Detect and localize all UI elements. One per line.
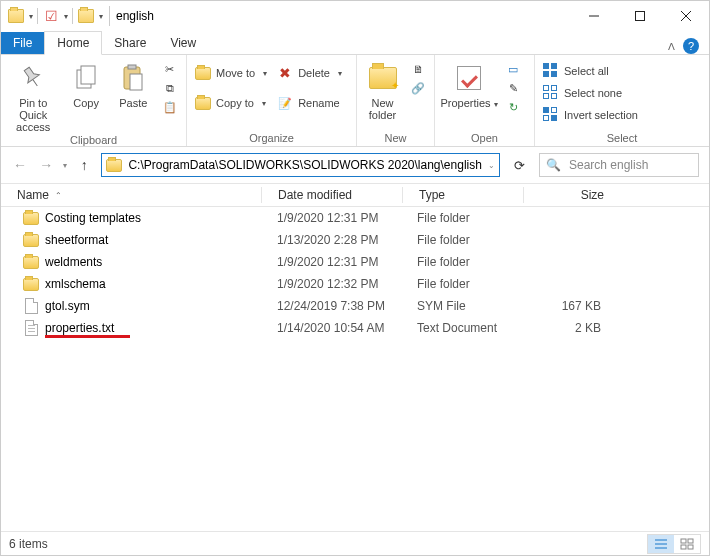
nav-back-button[interactable]: ← (11, 154, 29, 176)
file-icon (23, 298, 39, 314)
item-type: File folder (401, 233, 521, 247)
refresh-button[interactable]: ⟳ (508, 153, 531, 177)
open-button[interactable]: ▭ (505, 61, 521, 77)
item-type: SYM File (401, 299, 521, 313)
copy-icon (74, 65, 98, 91)
folder-icon (23, 276, 39, 292)
col-type[interactable]: Type (403, 188, 523, 202)
history-button[interactable]: ↻ (505, 99, 521, 115)
item-date: 1/13/2020 2:28 PM (261, 233, 401, 247)
svg-rect-12 (681, 539, 686, 543)
list-item[interactable]: properties.txt1/14/2020 10:54 AMText Doc… (1, 317, 709, 339)
col-size[interactable]: Size (524, 188, 634, 202)
col-date[interactable]: Date modified (262, 188, 402, 202)
item-name: weldments (45, 255, 102, 269)
nav-row: ← → ▾ ↑ C:\ProgramData\SOLIDWORKS\SOLIDW… (1, 147, 709, 183)
group-label-clipboard: Clipboard (9, 133, 178, 146)
item-type: File folder (401, 211, 521, 225)
select-none-button[interactable]: Select none (543, 85, 638, 101)
qat-folder-icon[interactable] (77, 7, 95, 25)
help-icon[interactable]: ? (683, 38, 699, 54)
nav-up-button[interactable]: ↑ (75, 154, 93, 176)
svg-rect-14 (681, 545, 686, 549)
list-item[interactable]: gtol.sym12/24/2019 7:38 PMSYM File167 KB (1, 295, 709, 317)
group-label-open: Open (443, 131, 526, 144)
easy-access-button[interactable]: 🔗 (410, 80, 426, 96)
item-date: 1/14/2020 10:54 AM (261, 321, 401, 335)
nav-forward-button[interactable]: → (37, 154, 55, 176)
ribbon-tabs: File Home Share View ᐱ ? (1, 31, 709, 55)
close-button[interactable] (663, 1, 709, 31)
window-title: english (116, 9, 154, 23)
search-box[interactable]: 🔍 (539, 153, 699, 177)
status-item-count: 6 items (9, 537, 48, 551)
item-date: 1/9/2020 12:31 PM (261, 255, 401, 269)
title-bar: ▾ ☑ ▾ ▾ english (1, 1, 709, 31)
status-bar: 6 items (1, 531, 709, 555)
delete-icon: ✖ (277, 65, 293, 81)
select-all-button[interactable]: Select all (543, 63, 638, 79)
new-item-icon: 🗎 (410, 61, 426, 77)
list-item[interactable]: weldments1/9/2020 12:31 PMFile folder (1, 251, 709, 273)
item-type: File folder (401, 277, 521, 291)
item-size: 2 KB (521, 321, 631, 335)
group-label-select: Select (543, 131, 701, 144)
group-label-new: New (365, 131, 426, 144)
paste-button[interactable]: Paste (115, 59, 152, 109)
tab-share[interactable]: Share (102, 32, 158, 54)
list-item[interactable]: Costing templates1/9/2020 12:31 PMFile f… (1, 207, 709, 229)
address-path: C:\ProgramData\SOLIDWORKS\SOLIDWORKS 202… (128, 158, 481, 172)
new-item-button[interactable]: 🗎 (410, 61, 426, 77)
item-type: Text Document (401, 321, 521, 335)
qat-dropdown-1[interactable]: ▾ (29, 12, 33, 21)
rename-button[interactable]: 📝 Rename (277, 95, 342, 111)
folder-icon (23, 210, 39, 226)
edit-button[interactable]: ✎ (505, 80, 521, 96)
column-headers: Name⌃ Date modified Type Size (1, 183, 709, 207)
details-view-button[interactable] (648, 535, 674, 553)
invert-selection-icon (543, 107, 559, 123)
new-folder-button[interactable]: New folder (365, 59, 400, 121)
folder-icon (23, 232, 39, 248)
list-item[interactable]: sheetformat1/13/2020 2:28 PMFile folder (1, 229, 709, 251)
item-date: 1/9/2020 12:32 PM (261, 277, 401, 291)
copy-to-icon (195, 95, 211, 111)
qat-dropdown-3[interactable]: ▾ (99, 12, 103, 21)
collapse-ribbon-icon[interactable]: ᐱ (668, 41, 675, 52)
move-to-button[interactable]: Move to▾ (195, 65, 267, 81)
properties-button[interactable]: Properties▾ (443, 59, 495, 110)
qat-properties-icon[interactable]: ☑ (42, 7, 60, 25)
cut-button[interactable]: ✂ (162, 61, 178, 77)
properties-icon (457, 66, 481, 90)
history-icon: ↻ (505, 99, 521, 115)
copy-button[interactable]: Copy (67, 59, 104, 109)
nav-history-dropdown[interactable]: ▾ (63, 161, 67, 170)
list-item[interactable]: xmlschema1/9/2020 12:32 PMFile folder (1, 273, 709, 295)
sort-caret-icon: ⌃ (55, 191, 62, 200)
thumbnails-view-button[interactable] (674, 535, 700, 553)
copy-path-button[interactable]: ⧉ (162, 80, 178, 96)
col-name[interactable]: Name⌃ (1, 188, 261, 202)
select-all-icon (543, 63, 559, 79)
item-size: 167 KB (521, 299, 631, 313)
qat-dropdown-2[interactable]: ▾ (64, 12, 68, 21)
pin-quick-access-button[interactable]: Pin to Quick access (9, 59, 57, 133)
delete-button[interactable]: ✖ Delete▾ (277, 65, 342, 81)
invert-selection-button[interactable]: Invert selection (543, 107, 638, 123)
svg-rect-13 (688, 539, 693, 543)
address-bar[interactable]: C:\ProgramData\SOLIDWORKS\SOLIDWORKS 202… (101, 153, 499, 177)
maximize-button[interactable] (617, 1, 663, 31)
minimize-button[interactable] (571, 1, 617, 31)
tab-home[interactable]: Home (44, 31, 102, 55)
file-list[interactable]: Costing templates1/9/2020 12:31 PMFile f… (1, 207, 709, 531)
copy-to-button[interactable]: Copy to▾ (195, 95, 267, 111)
svg-rect-8 (130, 74, 142, 90)
item-name: gtol.sym (45, 299, 90, 313)
paste-shortcut-button[interactable]: 📋 (162, 99, 178, 115)
tab-file[interactable]: File (1, 32, 44, 54)
address-dropdown[interactable]: ⌄ (488, 161, 495, 170)
tab-view[interactable]: View (158, 32, 208, 54)
search-input[interactable] (567, 157, 710, 173)
item-name: xmlschema (45, 277, 106, 291)
svg-rect-15 (688, 545, 693, 549)
